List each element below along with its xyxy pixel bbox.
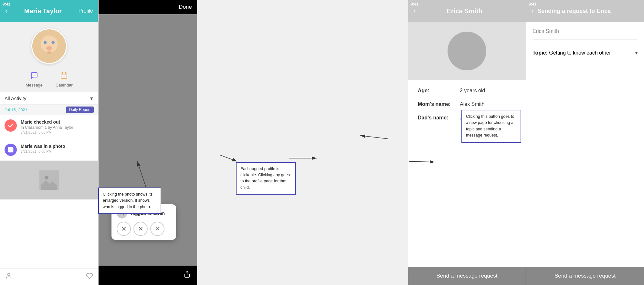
gap-annotations: [197, 0, 408, 285]
photo-thumbnail[interactable]: [0, 161, 98, 199]
annotation-photo-click: Clicking the photo shows its enlarged ve…: [98, 188, 161, 214]
status-time: 9:41: [529, 2, 536, 6]
person-icon[interactable]: [5, 272, 12, 281]
svg-point-5: [47, 50, 51, 54]
heart-icon[interactable]: [86, 272, 93, 281]
chevron-down-icon: ▼: [89, 96, 94, 101]
daily-report-badge[interactable]: Daily Report: [66, 107, 94, 113]
topic-label-text: Topic:: [533, 50, 548, 56]
tagged-children-list: ✕ ✕ ✕: [117, 222, 171, 236]
photo-icon: [5, 144, 17, 156]
action-buttons-row: Message Calendar: [0, 67, 98, 92]
page-title: Marie Taylor: [24, 7, 62, 15]
svg-point-4: [46, 46, 52, 50]
screen1-footer: [0, 268, 98, 285]
back-button[interactable]: ‹: [413, 7, 416, 15]
screen1-header: ‹ Marie Taylor Profile: [0, 0, 98, 22]
calendar-icon: [60, 72, 68, 81]
screen4-header-wrapper: ‹ Sending a request to Erica 9:41: [526, 0, 644, 22]
screen-marie-taylor-profile: ‹ Marie Taylor Profile 9:41: [0, 0, 99, 285]
chevron-down-icon: ▾: [635, 50, 638, 56]
page-title: Erica Smith: [419, 7, 510, 15]
screen1-header-wrapper: ‹ Marie Taylor Profile 9:41: [0, 0, 98, 22]
send-message-request-button[interactable]: Send a message request: [408, 267, 526, 285]
screen2-header: Done: [99, 0, 197, 14]
status-time: 9:41: [3, 2, 10, 6]
profile-link[interactable]: Profile: [79, 8, 93, 14]
back-button[interactable]: ‹: [531, 7, 533, 15]
tagged-child-1[interactable]: ✕: [117, 222, 131, 236]
activity-content: Marie checked out In Classroom 1 by Anna…: [21, 119, 73, 134]
activity-title: Marie was in a photo: [21, 144, 65, 149]
back-icon[interactable]: ‹: [5, 7, 7, 15]
age-label: Age:: [418, 88, 460, 94]
svg-point-14: [7, 273, 10, 276]
activity-content: Marie was in a photo 7/21/2021, 5:00 PM: [21, 144, 65, 153]
screen3-header-wrapper: ‹ Erica Smith 9:41: [408, 0, 526, 22]
profile-info: Age: 2 years old Mom's name: Alex Smith …: [408, 80, 526, 267]
recipient-name: Erica Smith: [533, 28, 638, 40]
calendar-label: Calendar: [56, 83, 73, 87]
tagged-child-2[interactable]: ✕: [133, 222, 148, 236]
topic-label: Topic: Getting to know each other: [533, 50, 611, 56]
activity-time: 7/21/2021, 5:00 PM: [21, 149, 65, 153]
send-message-request-button[interactable]: Send a message request: [526, 267, 644, 285]
screen-erica-smith-profile: ‹ Erica Smith 9:41 Age: 2 years old Mom'…: [408, 0, 526, 285]
svg-point-13: [45, 176, 48, 179]
dads-name-label: Dad's name:: [418, 115, 460, 121]
message-label: Message: [26, 83, 43, 87]
screen3-header: ‹ Erica Smith: [408, 0, 526, 22]
list-item[interactable]: Marie was in a photo 7/21/2021, 5:00 PM: [0, 139, 98, 161]
avatar: [31, 28, 67, 64]
close-icon: ✕: [155, 225, 160, 233]
topic-value-text: Getting to know each other: [549, 50, 611, 56]
age-field: Age: 2 years old: [418, 88, 516, 94]
profile-avatar-section: [408, 22, 526, 80]
date-row: Jul 15, 2021 Daily Report: [0, 105, 98, 115]
screen-sending-request: ‹ Sending a request to Erica 9:41 Erica …: [526, 0, 644, 285]
activity-value: All Activity: [5, 96, 26, 101]
activity-subtitle: In Classroom 1 by Anna Taylor: [21, 125, 73, 130]
screen-photo-enlarged: Done Tagged children ✕ ✕: [99, 0, 197, 285]
svg-rect-6: [61, 73, 67, 79]
annotation-text: Each tagged profile is clickable. Clicki…: [240, 167, 290, 190]
moms-name-field: Mom's name: Alex Smith: [418, 101, 516, 107]
list-item[interactable]: Marie checked out In Classroom 1 by Anna…: [0, 115, 98, 139]
annotation-tagged-profile: Each tagged profile is clickable. Clicki…: [236, 162, 296, 195]
message-icon: [30, 72, 38, 81]
avatar-section: [0, 22, 98, 67]
annotation-text: Clicking the photo shows its enlarged ve…: [103, 192, 153, 209]
calendar-button[interactable]: Calendar: [56, 72, 73, 87]
svg-point-3: [52, 41, 55, 44]
close-icon: ✕: [121, 225, 127, 233]
tagged-child-3[interactable]: ✕: [150, 222, 164, 236]
close-icon: ✕: [138, 225, 143, 233]
svg-point-11: [9, 148, 10, 149]
moms-name-value: Alex Smith: [460, 101, 484, 107]
moms-name-label: Mom's name:: [418, 101, 460, 107]
topic-row[interactable]: Topic: Getting to know each other ▾: [533, 46, 638, 60]
activity-title: Marie checked out: [21, 119, 73, 125]
svg-point-2: [44, 41, 47, 44]
annotation-send-button: Clicking this button goes to a new page …: [461, 110, 521, 143]
screen4-body: Erica Smith Topic: Getting to know each …: [526, 22, 644, 267]
age-value: 2 years old: [460, 88, 485, 94]
activity-time: 7/21/2021, 5:00 PM: [21, 130, 73, 134]
share-icon[interactable]: [184, 271, 191, 280]
screen4-header: ‹ Sending a request to Erica: [526, 0, 644, 22]
page-title: Sending a request to Erica: [537, 8, 639, 15]
avatar: [448, 32, 486, 70]
checkout-icon: [5, 119, 17, 132]
date-label: Jul 15, 2021: [5, 107, 27, 112]
annotation-text: Clicking this button goes to a new page …: [466, 114, 514, 137]
screen2-bottom-bar: [99, 266, 197, 285]
activity-list: Marie checked out In Classroom 1 by Anna…: [0, 115, 98, 268]
done-button[interactable]: Done: [179, 4, 192, 10]
activity-selector[interactable]: All Activity ▼: [0, 92, 98, 105]
status-time: 9:41: [411, 2, 418, 6]
message-button[interactable]: Message: [26, 72, 43, 87]
